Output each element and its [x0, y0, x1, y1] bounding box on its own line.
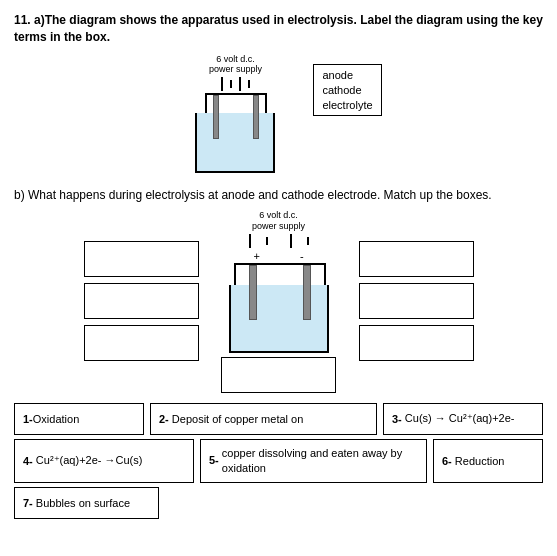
diagram-a: 6 volt d.c.power supply	[14, 54, 543, 174]
battery-line-1	[221, 77, 223, 91]
wire-right-b	[324, 263, 326, 285]
beaker-b	[229, 285, 329, 353]
electrode-right-a	[253, 95, 259, 139]
key-term-electrolyte: electrolyte	[322, 99, 372, 111]
battery-line-3	[239, 77, 241, 91]
answer-cell-7: 7- Bubbles on surface	[14, 487, 159, 519]
answer-row-1: 1- Oxidation 2- Deposit of copper metal …	[14, 403, 543, 435]
beaker-a	[195, 113, 275, 173]
power-supply-label-b: 6 volt d.c.power supply	[252, 210, 305, 232]
bat-line-1	[249, 234, 251, 248]
cell4-label: Cu²⁺(aq)+2e- →Cu(s)	[36, 454, 143, 467]
bat-line-4	[307, 237, 309, 245]
right-match-boxes	[359, 241, 474, 361]
part-b-text: b) What happens during electrolysis at a…	[14, 188, 492, 202]
cell3-number: 3-	[392, 413, 402, 425]
answer-row-2: 4- Cu²⁺(aq)+2e- →Cu(s) 5- copper dissolv…	[14, 439, 543, 483]
right-match-box-1	[359, 241, 474, 277]
beaker-assembly-a	[195, 93, 275, 173]
cell2-label: Deposit of copper metal on	[172, 413, 303, 425]
right-match-box-3	[359, 325, 474, 361]
beaker-assembly-b	[229, 263, 329, 353]
cell1-label: Oxidation	[33, 413, 79, 425]
electrode-left-a	[213, 95, 219, 139]
left-match-box-1	[84, 241, 199, 277]
electrode-b-left	[249, 265, 257, 320]
cell5-label: copper dissolving and eaten away by oxid…	[222, 446, 418, 475]
bat-line-3	[290, 234, 292, 248]
cell6-label: Reduction	[455, 455, 505, 467]
diagram-b-wrapper: 6 volt d.c.power supply + -	[14, 210, 543, 393]
left-match-box-3	[84, 325, 199, 361]
bat-line-2	[266, 237, 268, 245]
cell5-number: 5-	[209, 453, 219, 467]
electrolysis-apparatus-a: 6 volt d.c.power supply	[175, 54, 295, 174]
cell4-number: 4-	[23, 455, 33, 467]
answer-cell-6: 6- Reduction	[433, 439, 543, 483]
electrode-b-right	[303, 265, 311, 320]
question-number: 11.	[14, 13, 31, 27]
wire-left-b	[234, 263, 236, 285]
answer-cell-3: 3- Cu(s) → Cu²⁺(aq)+2e-	[383, 403, 543, 435]
cell7-number: 7-	[23, 497, 33, 509]
plus-label: +	[253, 250, 259, 262]
answer-row-3: 7- Bubbles on surface	[14, 487, 543, 519]
left-match-boxes	[84, 241, 199, 361]
bottom-match-box	[221, 357, 336, 393]
key-terms-box: anode cathode electrolyte	[313, 64, 381, 116]
battery-b	[249, 234, 309, 248]
bottom-box-row	[221, 357, 336, 393]
battery-line-4	[248, 80, 250, 88]
battery-symbol-a	[221, 77, 250, 91]
part-b-title: b) What happens during electrolysis at a…	[14, 187, 543, 204]
polarity-labels: + -	[253, 250, 303, 262]
cell1-number: 1-	[23, 413, 33, 425]
wire-left-a	[205, 93, 207, 113]
key-term-cathode: cathode	[322, 84, 372, 96]
part-a-text: a)The diagram shows the apparatus used i…	[14, 13, 543, 44]
answer-cell-4: 4- Cu²⁺(aq)+2e- →Cu(s)	[14, 439, 194, 483]
section-a: 11. a)The diagram shows the apparatus us…	[14, 12, 543, 173]
center-diagram-b: 6 volt d.c.power supply + -	[209, 210, 349, 393]
right-match-box-2	[359, 283, 474, 319]
cell3-label: Cu(s) → Cu²⁺(aq)+2e-	[405, 412, 515, 425]
wire-right-a	[265, 93, 267, 113]
section-b: b) What happens during electrolysis at a…	[14, 187, 543, 518]
cell7-label: Bubbles on surface	[36, 497, 130, 509]
answer-cell-2: 2- Deposit of copper metal on	[150, 403, 377, 435]
battery-line-2	[230, 80, 232, 88]
key-term-anode: anode	[322, 69, 372, 81]
cell2-number: 2-	[159, 413, 169, 425]
answer-cell-5: 5- copper dissolving and eaten away by o…	[200, 439, 427, 483]
question-header: 11. a)The diagram shows the apparatus us…	[14, 12, 543, 46]
left-match-box-2	[84, 283, 199, 319]
cell6-number: 6-	[442, 455, 452, 467]
power-supply-label-a: 6 volt d.c.power supply	[209, 54, 262, 76]
minus-label: -	[300, 250, 304, 262]
answer-cell-1: 1- Oxidation	[14, 403, 144, 435]
